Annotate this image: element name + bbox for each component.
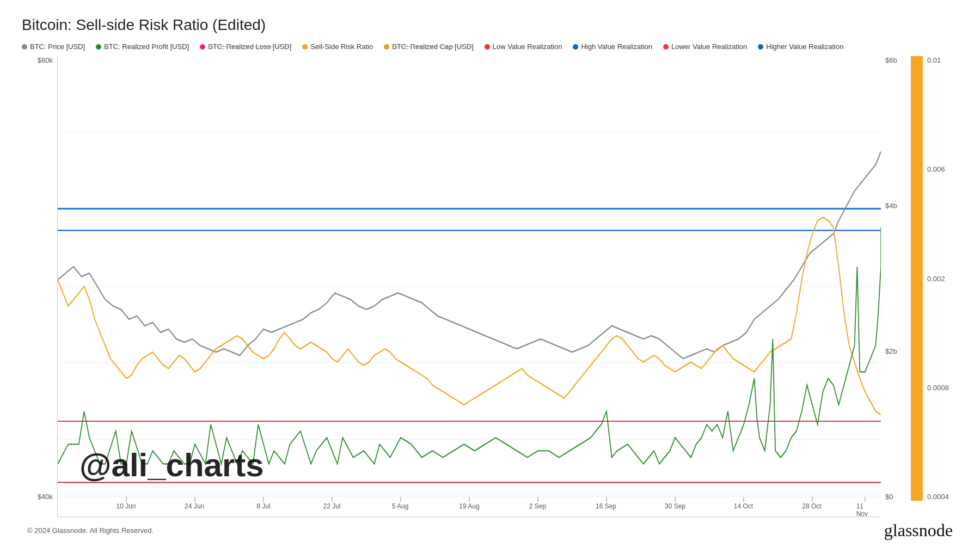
legend-label-btc-price: BTC: Price [USD]: [30, 43, 85, 51]
x-label-24jun: 24 Jun: [185, 502, 204, 510]
x-label-19aug: 19 Aug: [459, 502, 479, 510]
x-label-14oct: 14 Oct: [734, 502, 753, 510]
footer-brand: glassnode: [884, 520, 953, 541]
legend-lower-value: Lower Value Realization: [663, 43, 747, 51]
chart-area: 10 Jun 24 Jun 8 Jul 22 Jul 5 Aug 19 Aug …: [57, 56, 881, 517]
legend-high-value: High Value Realization: [573, 43, 652, 51]
y-right-0: $0: [885, 493, 893, 501]
y-right-001: 0.01: [927, 56, 941, 64]
legend-label-sell-side: Sell-Side Risk Ratio: [310, 43, 373, 51]
orange-accent-bar: [911, 56, 923, 501]
x-label-2sep: 2 Sep: [529, 502, 546, 510]
chart-title: Bitcoin: Sell-side Risk Ratio (Edited): [22, 16, 958, 34]
legend-realized-profit: BTC: Realized Profit [USD]: [96, 43, 189, 51]
y-left-bottom: $40k: [38, 493, 53, 501]
legend-label-realized-profit: BTC: Realized Profit [USD]: [104, 43, 189, 51]
y-right-6b: $6b: [885, 56, 897, 64]
x-label-11nov: 11 Nov: [856, 502, 873, 518]
x-label-30sep: 30 Sep: [665, 502, 685, 510]
legend-label-higher-value: Higher Value Realization: [766, 43, 843, 51]
legend-label-realized-cap: BTC: Realized Cap [USD]: [392, 43, 474, 51]
legend-label-high-value: High Value Realization: [581, 43, 652, 51]
legend-dot-higher-value: [758, 44, 763, 50]
btc-price-line: [58, 151, 881, 359]
y-axis-left: $80k $40k: [22, 56, 57, 517]
legend-realized-loss: BTC: Realized Loss [USD]: [200, 43, 291, 51]
x-axis-labels: 10 Jun 24 Jun 8 Jul 22 Jul 5 Aug 19 Aug …: [58, 500, 881, 517]
y-right-00008: 0.0008: [927, 384, 949, 392]
legend-realized-cap: BTC: Realized Cap [USD]: [384, 43, 474, 51]
legend-dot-high-value: [573, 44, 578, 50]
legend-low-value: Low Value Realization: [485, 43, 562, 51]
legend-dot-realized-profit: [96, 44, 101, 50]
realized-profit-line: [58, 227, 881, 464]
x-label-10jun: 10 Jun: [116, 502, 136, 510]
legend-label-low-value: Low Value Realization: [493, 43, 562, 51]
x-label-16sep: 16 Sep: [596, 502, 616, 510]
x-label-5aug: 5 Aug: [392, 502, 409, 510]
legend-dot-sell-side: [302, 44, 308, 50]
legend-dot-realized-cap: [384, 44, 389, 50]
footer: © 2024 Glassnode. All Rights Reserved. g…: [22, 519, 958, 541]
y-right-2b: $2b: [885, 347, 897, 355]
y-axis-right-ratio: 0.01 0.006 0.002 0.0008 0.0004: [923, 56, 958, 517]
y-axis-right-dollars: $6b $4b $2b $0: [881, 56, 911, 517]
legend-label-realized-loss: BTC: Realized Loss [USD]: [208, 43, 291, 51]
legend-dot-low-value: [485, 44, 490, 50]
legend-label-lower-value: Lower Value Realization: [671, 43, 747, 51]
legend-higher-value: Higher Value Realization: [758, 43, 843, 51]
y-right-4b: $4b: [885, 202, 897, 210]
legend-btc-price: BTC: Price [USD]: [22, 43, 85, 51]
chart-svg: [58, 56, 881, 517]
legend-sell-side: Sell-Side Risk Ratio: [302, 43, 373, 51]
x-label-8jul: 8 Jul: [256, 502, 270, 510]
legend-dot-lower-value: [663, 44, 669, 50]
legend-area: BTC: Price [USD] BTC: Realized Profit [U…: [22, 43, 958, 51]
y-right-00004: 0.0004: [927, 493, 949, 501]
y-right-0002: 0.002: [927, 275, 945, 283]
chart-outer: $80k $40k: [22, 56, 958, 517]
page-container: Bitcoin: Sell-side Risk Ratio (Edited) B…: [0, 0, 980, 552]
y-right-0006: 0.006: [927, 165, 945, 173]
x-label-28oct: 28 Oct: [802, 502, 821, 510]
legend-dot-realized-loss: [200, 44, 205, 50]
x-label-22jul: 22 Jul: [323, 502, 340, 510]
y-left-top: $80k: [38, 56, 53, 64]
footer-copyright: © 2024 Glassnode. All Rights Reserved.: [27, 526, 154, 535]
legend-dot-btc-price: [22, 44, 27, 50]
